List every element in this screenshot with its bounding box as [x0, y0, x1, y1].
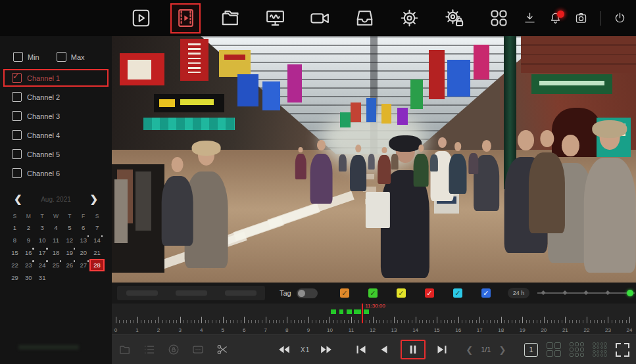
rectype-checkbox-intelligent[interactable]: ✓: [453, 288, 462, 298]
channel-checkbox[interactable]: [12, 168, 22, 178]
view-grid9-button[interactable]: [570, 342, 584, 357]
calendar-day[interactable]: 23: [22, 260, 36, 271]
channel-item-1[interactable]: Channel 1: [4, 70, 108, 86]
open-file-button[interactable]: [118, 343, 132, 356]
page-next-button[interactable]: ❯: [497, 345, 507, 355]
pause-button[interactable]: [401, 340, 426, 359]
ruler-tick: [369, 320, 370, 323]
channel-item-4[interactable]: Channel 4: [4, 127, 108, 143]
rectype-checkbox-other[interactable]: ✓: [481, 288, 491, 298]
previous-file-button[interactable]: [355, 343, 368, 356]
calendar-day[interactable]: 11: [49, 235, 63, 246]
channel-checkbox[interactable]: [12, 73, 22, 83]
power-button[interactable]: [611, 10, 628, 27]
calendar-day[interactable]: 3: [36, 222, 49, 233]
snapshot-button[interactable]: [572, 10, 589, 27]
calendar-day[interactable]: 14: [90, 235, 104, 246]
alarm-button[interactable]: [547, 10, 564, 27]
channel-item-2[interactable]: Channel 2: [4, 89, 108, 105]
file-manager-button[interactable]: [216, 4, 245, 33]
calendar-day[interactable]: 2: [22, 222, 36, 233]
channel-button[interactable]: [305, 4, 334, 33]
recording-segment[interactable]: [364, 309, 368, 314]
calendar-day[interactable]: 30: [22, 272, 36, 283]
rectype-checkbox-smart[interactable]: ✓: [397, 288, 406, 298]
recording-segment[interactable]: [339, 309, 343, 314]
recording-segment[interactable]: [331, 309, 335, 314]
playback-button[interactable]: [171, 4, 200, 33]
settings-button[interactable]: [395, 4, 424, 33]
calendar-day[interactable]: 7: [90, 222, 104, 233]
slider-knob[interactable]: [627, 290, 633, 296]
display-button[interactable]: [260, 4, 289, 33]
channel-checkbox[interactable]: [12, 111, 22, 121]
calendar-next-button[interactable]: ❯: [86, 192, 101, 206]
page-prev-button[interactable]: ❮: [464, 345, 474, 355]
rectype-checkbox-motion[interactable]: ✓: [368, 288, 378, 298]
rectype-checkbox-normal[interactable]: ✓: [340, 288, 349, 298]
calendar-day[interactable]: 12: [62, 235, 76, 246]
fast-forward-button[interactable]: [320, 343, 333, 356]
calendar-day[interactable]: 5: [62, 222, 76, 233]
clip-button[interactable]: [216, 343, 229, 356]
download-button[interactable]: [521, 10, 538, 27]
recording-segment[interactable]: [354, 309, 361, 314]
live-view-button[interactable]: [126, 4, 155, 33]
calendar-day[interactable]: 17: [36, 247, 49, 258]
calendar-day[interactable]: 1: [8, 222, 22, 233]
calendar-day[interactable]: 19: [62, 247, 76, 258]
calendar-day[interactable]: 27: [76, 260, 90, 271]
fullscreen-button[interactable]: [616, 343, 629, 357]
channel-item-5[interactable]: Channel 5: [4, 146, 108, 162]
ruler-tick: [601, 320, 602, 323]
calendar-day-selected[interactable]: 28: [90, 260, 104, 271]
timeline[interactable]: 0123456789101112131415161718192021222324…: [112, 304, 636, 334]
filter-tabs-strip[interactable]: [117, 286, 265, 300]
calendar-day[interactable]: 20: [76, 247, 90, 258]
min-checkbox[interactable]: Min: [13, 52, 39, 62]
hour-label: 4: [200, 327, 203, 333]
recording-segment[interactable]: [347, 309, 351, 314]
timeline-zoom-slider[interactable]: [537, 288, 635, 298]
channel-checkbox[interactable]: [12, 130, 22, 140]
backup-button[interactable]: [350, 4, 379, 33]
view-single-button[interactable]: 1: [524, 343, 538, 357]
rewind-button[interactable]: [278, 343, 291, 356]
calendar-day[interactable]: 31: [36, 272, 49, 283]
view-grid16-button[interactable]: [593, 342, 607, 357]
apps-button[interactable]: [484, 4, 513, 33]
view-grid4-button[interactable]: [547, 342, 561, 357]
channel-label: Channel 1: [27, 74, 60, 82]
watermark-button[interactable]: [191, 343, 205, 356]
channel-item-3[interactable]: Channel 3: [4, 108, 108, 124]
system-settings-button[interactable]: [439, 4, 468, 33]
tag-toggle[interactable]: [297, 288, 318, 298]
calendar-day[interactable]: 9: [22, 235, 36, 246]
calendar-day[interactable]: 22: [8, 260, 22, 271]
lock-record-button[interactable]: [167, 343, 180, 356]
calendar-day[interactable]: 25: [49, 260, 63, 271]
video-frame[interactable]: [112, 36, 636, 283]
calendar-day[interactable]: 18: [49, 247, 63, 258]
next-file-button[interactable]: [435, 343, 449, 356]
record-list-button[interactable]: [143, 343, 156, 356]
calendar-day[interactable]: 4: [49, 222, 63, 233]
calendar-day[interactable]: 29: [8, 272, 22, 283]
play-backward-button[interactable]: [378, 343, 391, 356]
calendar-day[interactable]: 8: [8, 235, 22, 246]
calendar-day[interactable]: 16: [22, 247, 36, 258]
calendar-day[interactable]: 10: [36, 235, 49, 246]
calendar-prev-button[interactable]: ❮: [11, 192, 26, 206]
channel-checkbox[interactable]: [12, 92, 22, 102]
calendar-day[interactable]: 26: [62, 260, 76, 271]
rectype-checkbox-alarm[interactable]: ✓: [425, 288, 434, 298]
channel-checkbox[interactable]: [12, 149, 22, 159]
calendar-day[interactable]: 15: [8, 247, 22, 258]
calendar-day[interactable]: 13: [76, 235, 90, 246]
channel-item-6[interactable]: Channel 6: [4, 165, 108, 181]
calendar-day[interactable]: 21: [90, 247, 104, 258]
calendar-day[interactable]: 6: [76, 222, 90, 233]
playhead[interactable]: [362, 304, 363, 323]
max-checkbox[interactable]: Max: [57, 52, 85, 62]
calendar-day[interactable]: 24: [36, 260, 49, 271]
